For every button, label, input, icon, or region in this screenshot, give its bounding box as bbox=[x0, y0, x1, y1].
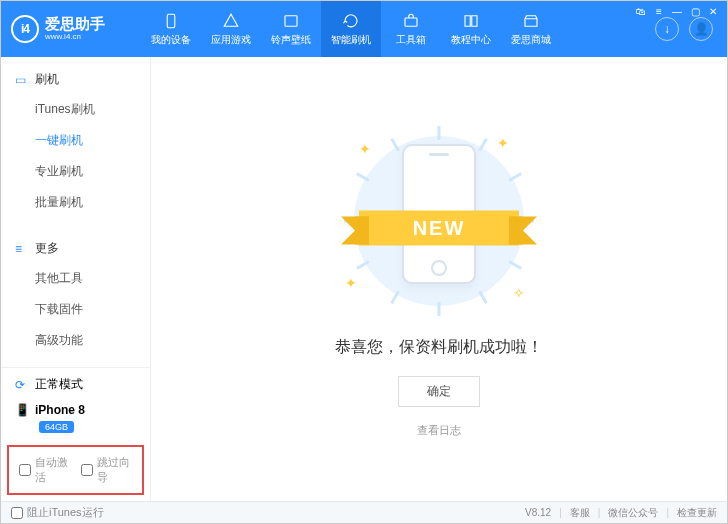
skip-wizard-checkbox[interactable]: 跳过向导 bbox=[81, 455, 133, 485]
image-icon bbox=[282, 12, 300, 30]
auto-activate-checkbox[interactable]: 自动激活 bbox=[19, 455, 71, 485]
nav-toolbox[interactable]: 工具箱 bbox=[381, 1, 441, 57]
flash-options-highlight: 自动激活 跳过向导 bbox=[7, 445, 144, 495]
nav-flash[interactable]: 智能刷机 bbox=[321, 1, 381, 57]
download-icon[interactable]: ↓ bbox=[655, 17, 679, 41]
version-label: V8.12 bbox=[525, 507, 551, 518]
top-nav: 我的设备 应用游戏 铃声壁纸 智能刷机 工具箱 教程中心 爱思商城 bbox=[141, 1, 561, 57]
wechat-link[interactable]: 微信公众号 bbox=[608, 506, 658, 520]
sidebar-item-download-fw[interactable]: 下载固件 bbox=[1, 294, 150, 325]
sidebar-item-batch-flash[interactable]: 批量刷机 bbox=[1, 187, 150, 218]
success-illustration: NEW ✦ ✦ ✦ ✧ bbox=[329, 121, 549, 321]
book-icon bbox=[462, 12, 480, 30]
sidebar: ▭ 刷机 iTunes刷机 一键刷机 专业刷机 批量刷机 ≡ 更多 其他工具 下… bbox=[1, 57, 151, 501]
device-mode[interactable]: ⟳ 正常模式 bbox=[1, 367, 150, 401]
maximize-icon[interactable]: ▢ bbox=[688, 4, 702, 18]
phone-icon bbox=[162, 12, 180, 30]
nav-store[interactable]: 爱思商城 bbox=[501, 1, 561, 57]
close-icon[interactable]: ✕ bbox=[706, 4, 720, 18]
more-icon: ≡ bbox=[15, 242, 29, 256]
brand-name: 爱思助手 bbox=[45, 16, 105, 33]
sidebar-item-itunes-flash[interactable]: iTunes刷机 bbox=[1, 94, 150, 125]
user-icon[interactable]: 👤 bbox=[689, 17, 713, 41]
minimize-icon[interactable]: — bbox=[670, 4, 684, 18]
sidebar-section-more[interactable]: ≡ 更多 bbox=[1, 234, 150, 263]
flash-icon: ▭ bbox=[15, 73, 29, 87]
logo-icon: i4 bbox=[11, 15, 39, 43]
success-message: 恭喜您，保资料刷机成功啦！ bbox=[335, 337, 543, 358]
store-icon bbox=[522, 12, 540, 30]
svg-rect-1 bbox=[285, 15, 297, 26]
sidebar-item-oneclick-flash[interactable]: 一键刷机 bbox=[1, 125, 150, 156]
new-ribbon: NEW bbox=[359, 210, 519, 245]
menu-icon[interactable]: ≡ bbox=[652, 4, 666, 18]
svg-rect-2 bbox=[405, 18, 417, 26]
sync-icon: ⟳ bbox=[15, 378, 29, 392]
status-bar: 阻止iTunes运行 V8.12 | 客服 | 微信公众号 | 检查更新 bbox=[1, 501, 727, 523]
nav-apps[interactable]: 应用游戏 bbox=[201, 1, 261, 57]
storage-badge: 64GB bbox=[39, 421, 74, 433]
device-info[interactable]: 📱 iPhone 8 64GB bbox=[1, 401, 150, 441]
brand-url: www.i4.cn bbox=[45, 33, 105, 42]
support-link[interactable]: 客服 bbox=[570, 506, 590, 520]
nav-my-device[interactable]: 我的设备 bbox=[141, 1, 201, 57]
sidebar-item-other-tools[interactable]: 其他工具 bbox=[1, 263, 150, 294]
svg-rect-0 bbox=[167, 14, 175, 28]
check-update-link[interactable]: 检查更新 bbox=[677, 506, 717, 520]
cart-icon[interactable]: 🛍 bbox=[634, 4, 648, 18]
app-header: i4 爱思助手 www.i4.cn 我的设备 应用游戏 铃声壁纸 智能刷机 工具… bbox=[1, 1, 727, 57]
apps-icon bbox=[222, 12, 240, 30]
nav-tutorials[interactable]: 教程中心 bbox=[441, 1, 501, 57]
toolbox-icon bbox=[402, 12, 420, 30]
device-icon: 📱 bbox=[15, 403, 29, 417]
nav-ringtones[interactable]: 铃声壁纸 bbox=[261, 1, 321, 57]
sidebar-section-flash[interactable]: ▭ 刷机 bbox=[1, 65, 150, 94]
sidebar-item-pro-flash[interactable]: 专业刷机 bbox=[1, 156, 150, 187]
sidebar-item-advanced[interactable]: 高级功能 bbox=[1, 325, 150, 356]
main-content: NEW ✦ ✦ ✦ ✧ 恭喜您，保资料刷机成功啦！ 确定 查看日志 bbox=[151, 57, 727, 501]
brand: i4 爱思助手 www.i4.cn bbox=[11, 15, 141, 43]
ok-button[interactable]: 确定 bbox=[398, 376, 480, 407]
view-log-link[interactable]: 查看日志 bbox=[417, 423, 461, 438]
block-itunes-checkbox[interactable]: 阻止iTunes运行 bbox=[11, 505, 104, 520]
window-controls: 🛍 ≡ — ▢ ✕ bbox=[634, 4, 720, 18]
refresh-icon bbox=[342, 12, 360, 30]
